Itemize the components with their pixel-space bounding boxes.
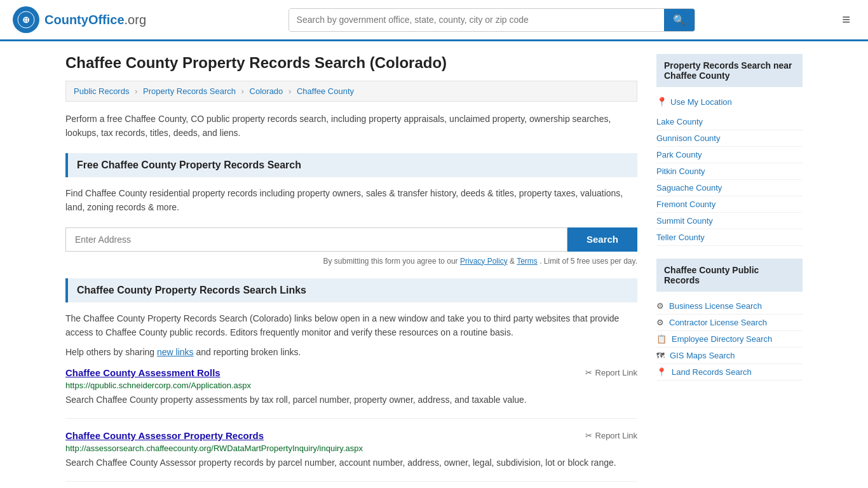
business-license-icon: ⚙ xyxy=(656,301,664,311)
sidebar-county-pitkin[interactable]: Pitkin County xyxy=(656,163,803,180)
address-input[interactable] xyxy=(65,227,567,252)
sidebar: Property Records Search near Chaffee Cou… xyxy=(656,54,803,488)
link-url-2[interactable]: http://assessorsearch.chaffeecounty.org/… xyxy=(65,444,637,453)
gis-maps-icon: 🗺 xyxy=(656,351,665,360)
page-description: Perform a free Chaffee County, CO public… xyxy=(65,112,637,140)
use-my-location-link[interactable]: Use My Location xyxy=(670,97,732,107)
sidebar-employee-directory-link[interactable]: 📋 Employee Directory Search xyxy=(656,331,803,348)
logo-area: ⊕ CountyOffice.org xyxy=(13,6,146,33)
search-row: Search xyxy=(65,227,637,252)
header-search-input[interactable] xyxy=(289,9,664,31)
hamburger-menu-icon[interactable]: ≡ xyxy=(837,9,855,30)
terms-link[interactable]: Terms xyxy=(517,257,538,266)
link-url-1[interactable]: https://qpublic.schneidercorp.com/Applic… xyxy=(65,381,637,390)
free-search-description: Find Chaffee County residential property… xyxy=(65,186,637,215)
breadcrumb-colorado[interactable]: Colorado xyxy=(250,86,283,96)
sidebar-nearby-section: Property Records Search near Chaffee Cou… xyxy=(656,54,803,246)
svg-text:⊕: ⊕ xyxy=(22,15,30,25)
header-search-area: 🔍 xyxy=(288,8,695,32)
sidebar-business-license-link[interactable]: ⚙ Business License Search xyxy=(656,298,803,315)
sidebar-public-records-title: Chaffee County Public Records xyxy=(656,259,803,292)
breadcrumb-chaffee-county[interactable]: Chaffee County xyxy=(297,86,354,96)
content-area: Chaffee County Property Records Search (… xyxy=(65,54,637,488)
sidebar-county-gunnison[interactable]: Gunnison County xyxy=(656,130,803,147)
link-desc-1: Search Chaffee County property assessmen… xyxy=(65,393,637,407)
help-text: Help others by sharing new links and rep… xyxy=(65,347,637,357)
employee-directory-icon: 📋 xyxy=(656,334,667,344)
sidebar-gis-maps-link[interactable]: 🗺 GIS Maps Search xyxy=(656,348,803,364)
sidebar-county-fremont[interactable]: Fremont County xyxy=(656,196,803,213)
land-records-icon: 📍 xyxy=(656,367,667,377)
search-button[interactable]: Search xyxy=(567,227,637,252)
sidebar-county-lake[interactable]: Lake County xyxy=(656,114,803,130)
links-section-header: Chaffee County Property Records Search L… xyxy=(65,278,637,302)
sidebar-county-teller[interactable]: Teller County xyxy=(656,229,803,246)
sidebar-county-summit[interactable]: Summit County xyxy=(656,213,803,229)
location-pin-icon: 📍 xyxy=(656,97,667,107)
breadcrumb: Public Records › Property Records Search… xyxy=(65,81,637,102)
link-item: Chaffee County Assessment Rolls ✂ Report… xyxy=(65,367,637,419)
report-link-button-2[interactable]: ✂ Report Link xyxy=(585,431,637,440)
link-title-assessment-rolls[interactable]: Chaffee County Assessment Rolls xyxy=(65,367,220,378)
sidebar-county-saguache[interactable]: Saguache County xyxy=(656,180,803,196)
links-description: The Chaffee County Property Records Sear… xyxy=(65,311,637,340)
logo-text: CountyOffice.org xyxy=(44,13,146,27)
privacy-policy-link[interactable]: Privacy Policy xyxy=(460,257,508,266)
sidebar-land-records-link[interactable]: 📍 Land Records Search xyxy=(656,364,803,381)
header-search-button[interactable]: 🔍 xyxy=(664,9,695,31)
report-link-button-1[interactable]: ✂ Report Link xyxy=(585,368,637,377)
link-item: Chaffee County Assessor Property Records… xyxy=(65,430,637,482)
report-icon-1: ✂ xyxy=(585,368,592,377)
sidebar-nearby-title: Property Records Search near Chaffee Cou… xyxy=(656,54,803,87)
contractor-license-icon: ⚙ xyxy=(656,318,664,327)
link-desc-2: Search Chaffee County Assessor property … xyxy=(65,456,637,470)
free-search-header: Free Chaffee County Property Records Sea… xyxy=(65,153,637,177)
breadcrumb-public-records[interactable]: Public Records xyxy=(74,86,129,96)
page-title: Chaffee County Property Records Search (… xyxy=(65,54,637,72)
site-header: ⊕ CountyOffice.org 🔍 ≡ xyxy=(0,0,868,41)
link-title-assessor-records[interactable]: Chaffee County Assessor Property Records xyxy=(65,430,264,441)
main-container: Chaffee County Property Records Search (… xyxy=(53,41,815,488)
report-icon-2: ✂ xyxy=(585,431,592,440)
free-search-section: Free Chaffee County Property Records Sea… xyxy=(65,153,637,266)
header-search-box: 🔍 xyxy=(288,8,695,32)
sidebar-contractor-license-link[interactable]: ⚙ Contractor License Search xyxy=(656,315,803,331)
breadcrumb-property-records-search[interactable]: Property Records Search xyxy=(143,86,236,96)
new-links-link[interactable]: new links xyxy=(157,347,194,357)
form-disclaimer: By submitting this form you agree to our… xyxy=(65,257,637,266)
sidebar-use-location: 📍 Use My Location xyxy=(656,93,803,110)
logo-icon: ⊕ xyxy=(13,6,39,33)
sidebar-county-park[interactable]: Park County xyxy=(656,147,803,163)
sidebar-public-records-section: Chaffee County Public Records ⚙ Business… xyxy=(656,259,803,381)
links-section: Chaffee County Property Records Search L… xyxy=(65,278,637,482)
